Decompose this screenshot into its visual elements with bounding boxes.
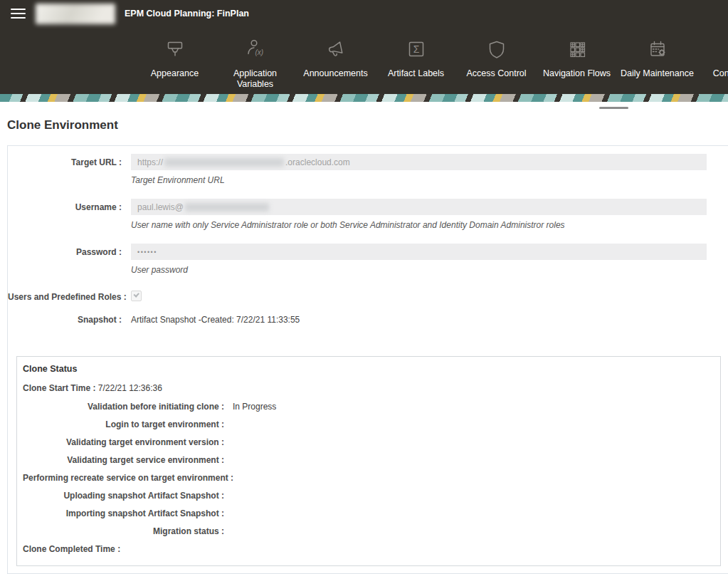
username-prefix: paul.lewis@ <box>137 202 184 212</box>
status-step-row: Importing snapshot Artifact Snapshot : <box>23 508 714 518</box>
password-input[interactable]: •••••• <box>131 244 707 260</box>
navigation-flows-icon <box>564 36 590 62</box>
username-helper: User name with only Service Administrato… <box>131 220 707 230</box>
password-label: Password : <box>8 244 122 288</box>
top-navigation-bar: EPM Cloud Planning: FinPlan Appearance (… <box>0 0 728 94</box>
nav-item-label: Connections <box>713 68 728 79</box>
checkmark-icon <box>134 291 139 297</box>
status-step-label: Login to target environment : <box>23 419 224 429</box>
snapshot-label: Snapshot : <box>8 311 122 325</box>
status-step-label: Validation before initiating clone : <box>23 402 224 412</box>
clone-start-time-row: Clone Start Time : 7/22/21 12:36:36 <box>23 383 714 393</box>
status-step-value: In Progress <box>233 402 276 412</box>
target-url-helper: Target Environment URL <box>131 175 707 185</box>
company-logo <box>36 4 115 24</box>
application-variables-icon: (x) <box>243 36 268 62</box>
connections-icon <box>725 36 728 62</box>
daily-maintenance-icon <box>645 36 670 62</box>
status-step-row: Validating target environment version : <box>23 437 714 447</box>
nav-item-label: Appearance <box>151 68 199 79</box>
username-row: Username : paul.lewis@ User name with on… <box>8 199 728 244</box>
target-url-suffix: .oraclecloud.com <box>285 157 350 167</box>
app-title: EPM Cloud Planning: FinPlan <box>125 9 249 19</box>
users-roles-row: Users and Predefined Roles : <box>8 288 728 302</box>
nav-item-application-variables[interactable]: (x) Application Variables <box>215 36 295 90</box>
clone-status-title: Clone Status <box>23 364 714 374</box>
hamburger-menu-icon[interactable] <box>11 6 26 21</box>
password-row: Password : •••••• User password <box>8 244 728 288</box>
redacted-username-segment <box>185 203 269 212</box>
username-label: Username : <box>8 199 122 244</box>
access-control-icon <box>484 36 510 62</box>
status-step-label: Validating target service environment : <box>23 455 224 465</box>
svg-text:Σ: Σ <box>413 43 419 55</box>
brand-row: EPM Cloud Planning: FinPlan <box>0 0 728 27</box>
panel-drag-handle[interactable] <box>599 107 628 109</box>
decorative-pattern-strip <box>0 94 728 102</box>
status-step-label: Importing snapshot Artifact Snapshot : <box>23 508 224 518</box>
clone-start-time-label: Clone Start Time : <box>23 383 95 393</box>
status-step-label: Validating target environment version : <box>23 437 224 447</box>
clone-environment-panel: Target URL : https:// .oraclecloud.com T… <box>7 145 728 574</box>
nav-item-announcements[interactable]: Announcements <box>295 36 376 90</box>
artifact-labels-icon: Σ <box>403 36 429 62</box>
users-roles-checkbox[interactable] <box>131 291 142 301</box>
settings-nav-row: Appearance (x) Application Variables Ann… <box>0 36 728 90</box>
nav-item-label: Daily Maintenance <box>621 68 694 79</box>
target-url-label: Target URL : <box>8 154 122 199</box>
target-url-input[interactable]: https:// .oraclecloud.com <box>131 154 707 170</box>
status-step-row: Migration status : <box>23 526 714 536</box>
nav-item-connections[interactable]: Connections <box>697 36 728 90</box>
announcements-icon <box>323 36 349 62</box>
nav-item-label: Application Variables <box>226 68 285 90</box>
status-step-row: Validation before initiating clone : In … <box>23 402 714 412</box>
nav-item-navigation-flows[interactable]: Navigation Flows <box>537 36 617 90</box>
nav-item-access-control[interactable]: Access Control <box>456 36 537 90</box>
username-input[interactable]: paul.lewis@ <box>131 199 707 215</box>
status-step-label: Uploading snapshot Artifact Snapshot : <box>23 491 224 501</box>
page-title: Clone Environment <box>7 118 728 132</box>
clone-completed-time-row: Clone Completed Time : <box>23 544 714 554</box>
redacted-url-segment <box>164 158 284 167</box>
status-step-row: Uploading snapshot Artifact Snapshot : <box>23 491 714 501</box>
target-url-prefix: https:// <box>137 157 163 167</box>
status-step-row: Performing recreate service on target en… <box>23 473 714 483</box>
nav-item-label: Artifact Labels <box>388 68 444 79</box>
target-url-row: Target URL : https:// .oraclecloud.com T… <box>8 154 728 199</box>
nav-item-daily-maintenance[interactable]: Daily Maintenance <box>617 36 697 90</box>
clone-completed-time-label: Clone Completed Time : <box>23 544 120 554</box>
svg-text:(x): (x) <box>255 48 263 56</box>
status-step-row: Login to target environment : <box>23 419 714 429</box>
status-step-label: Performing recreate service on target en… <box>23 473 224 483</box>
clone-start-time-value: 7/22/21 12:36:36 <box>98 383 162 393</box>
nav-item-label: Access Control <box>466 68 526 79</box>
nav-item-artifact-labels[interactable]: Σ Artifact Labels <box>376 36 456 90</box>
password-masked-value: •••••• <box>137 249 157 256</box>
nav-item-appearance[interactable]: Appearance <box>134 36 215 90</box>
status-step-row: Validating target service environment : <box>23 455 714 465</box>
nav-item-label: Announcements <box>303 68 367 79</box>
status-step-label: Migration status : <box>23 526 224 536</box>
snapshot-row: Snapshot : Artifact Snapshot -Created: 7… <box>8 311 728 325</box>
appearance-icon <box>162 36 188 62</box>
nav-item-label: Navigation Flows <box>543 68 611 79</box>
password-helper: User password <box>131 265 707 275</box>
clone-status-panel: Clone Status Clone Start Time : 7/22/21 … <box>16 356 721 566</box>
snapshot-value: Artifact Snapshot -Created: 7/22/21 11:3… <box>131 311 300 325</box>
users-roles-label: Users and Predefined Roles : <box>8 288 122 302</box>
